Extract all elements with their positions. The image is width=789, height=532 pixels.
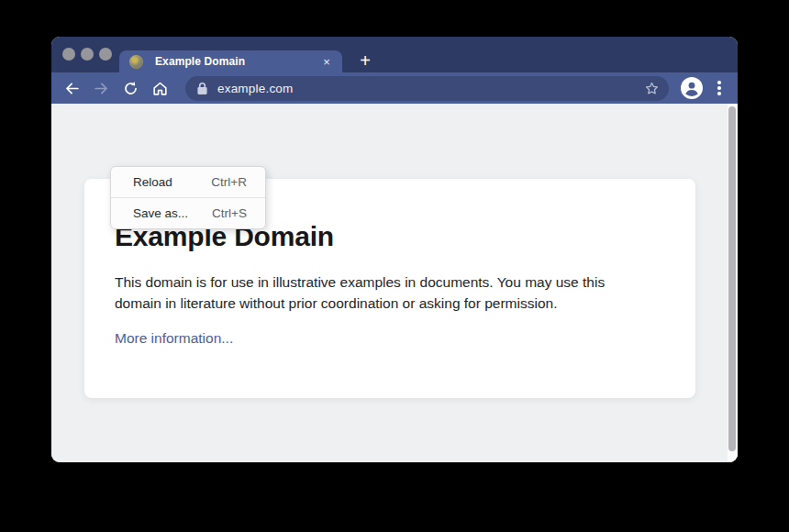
menu-item-shortcut: Ctrl+R — [211, 175, 247, 189]
menu-item-label: Save as... — [133, 206, 212, 220]
maximize-window-button[interactable] — [99, 48, 112, 61]
home-button[interactable] — [149, 77, 171, 99]
context-menu-item-save-as[interactable]: Save as... Ctrl+S — [111, 197, 265, 228]
new-tab-button[interactable]: + — [354, 50, 376, 72]
menu-item-label: Reload — [133, 175, 211, 189]
minimize-window-button[interactable] — [81, 48, 94, 61]
scrollbar-thumb[interactable] — [728, 106, 736, 451]
titlebar: Example Domain × + — [51, 37, 738, 72]
back-arrow-icon — [63, 80, 81, 97]
home-icon — [151, 80, 169, 97]
tab-title: Example Domain — [155, 55, 318, 68]
context-menu: Reload Ctrl+R Save as... Ctrl+S — [110, 166, 266, 229]
globe-favicon-icon — [129, 55, 143, 69]
browser-window: Example Domain × + — [51, 37, 738, 462]
forward-button[interactable] — [90, 77, 112, 99]
close-window-button[interactable] — [62, 48, 75, 61]
reload-button[interactable] — [119, 77, 141, 99]
star-icon — [644, 81, 660, 96]
browser-toolbar: example.com — [51, 72, 738, 104]
bookmark-button[interactable] — [641, 78, 661, 98]
scrollbar[interactable] — [728, 104, 738, 462]
forward-arrow-icon — [93, 80, 110, 97]
page-paragraph: This domain is for use in illustrative e… — [115, 272, 654, 315]
three-dot-menu-icon — [717, 81, 721, 84]
context-menu-item-reload[interactable]: Reload Ctrl+R — [111, 167, 265, 197]
address-bar[interactable]: example.com — [185, 76, 669, 101]
back-button[interactable] — [61, 77, 83, 99]
page-content: Example Domain This domain is for use in… — [51, 104, 738, 462]
profile-button[interactable] — [680, 76, 704, 100]
url-text: example.com — [217, 82, 641, 95]
more-information-link[interactable]: More information... — [115, 330, 233, 347]
avatar-icon — [680, 76, 704, 100]
window-controls — [62, 48, 112, 61]
reload-icon — [122, 80, 139, 97]
tab-example-domain[interactable]: Example Domain × — [119, 50, 342, 72]
lock-icon — [196, 82, 208, 95]
menu-item-shortcut: Ctrl+S — [212, 206, 247, 220]
tab-close-button[interactable]: × — [318, 53, 335, 70]
browser-menu-button[interactable] — [712, 77, 727, 99]
